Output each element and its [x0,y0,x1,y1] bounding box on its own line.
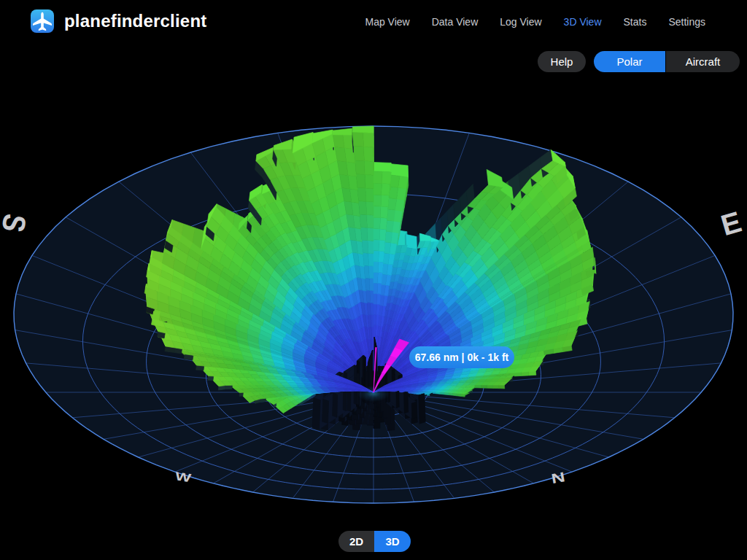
svg-text:W: W [174,470,192,485]
svg-text:N: N [550,469,566,486]
